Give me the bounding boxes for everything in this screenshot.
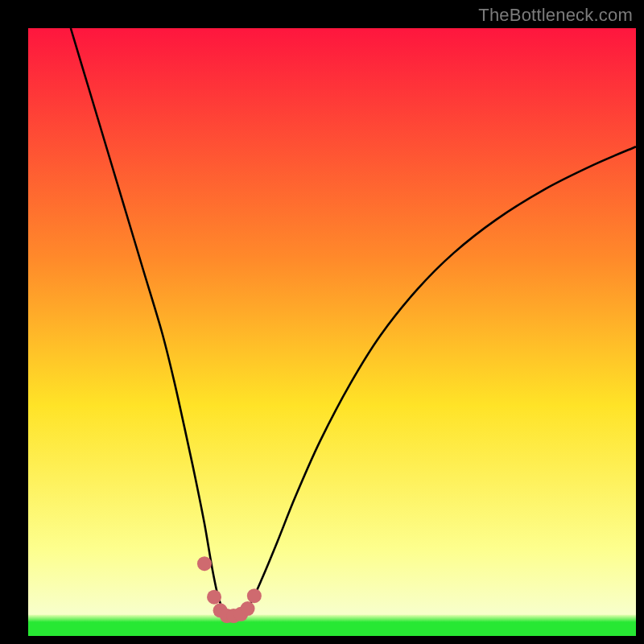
highlight-dot	[247, 588, 262, 603]
highlight-dot	[197, 556, 212, 571]
highlight-dot	[241, 601, 255, 616]
green-band	[28, 615, 636, 636]
highlight-dot	[207, 590, 221, 605]
chart-stage: TheBottleneck.com	[0, 0, 644, 644]
bottleneck-plot	[0, 0, 644, 644]
plot-gradient	[28, 28, 636, 636]
watermark-text: TheBottleneck.com	[478, 5, 633, 26]
